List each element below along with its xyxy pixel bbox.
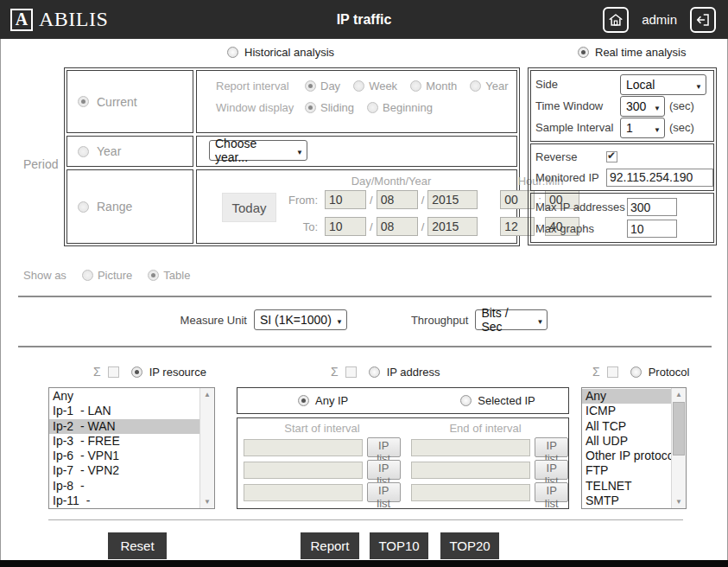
list-item[interactable]: Ip-6 - VPN1 — [49, 449, 199, 463]
protocol-radio[interactable] — [630, 366, 642, 378]
list-item[interactable]: Other IP protocol — [582, 449, 671, 463]
list-item[interactable]: All TCP — [582, 419, 671, 434]
to-year-input[interactable] — [427, 217, 478, 236]
reset-button[interactable]: Reset — [108, 532, 167, 559]
end-interval-input[interactable] — [411, 439, 530, 456]
time-window-label: Time Window — [535, 99, 620, 112]
ip-list-button[interactable]: IP list — [535, 482, 568, 502]
current-radio[interactable] — [78, 96, 89, 107]
to-day-input[interactable] — [325, 217, 366, 236]
list-item[interactable]: SMTP — [582, 494, 671, 508]
to-month-input[interactable] — [377, 217, 418, 236]
window-sliding-radio[interactable] — [305, 102, 316, 113]
historical-analysis-radio[interactable] — [227, 47, 238, 58]
interval-week-radio[interactable] — [353, 80, 364, 92]
list-item[interactable]: Ip-8 - — [49, 479, 199, 494]
side-select[interactable]: Local — [620, 74, 706, 95]
scrollbar-up-icon[interactable] — [672, 388, 686, 401]
table-radio[interactable] — [148, 270, 159, 281]
logout-icon[interactable] — [690, 7, 716, 33]
home-icon[interactable] — [603, 7, 629, 33]
scrollbar-down-icon[interactable] — [200, 495, 214, 508]
interval-month-radio[interactable] — [410, 80, 421, 92]
ip-list-button[interactable]: IP list — [535, 437, 568, 457]
interval-row: IP list IP list — [244, 437, 568, 457]
end-interval-input[interactable] — [411, 484, 530, 501]
picture-radio[interactable] — [82, 270, 93, 281]
current-option[interactable]: Current — [66, 70, 193, 133]
top10-button[interactable]: TOP10 — [370, 532, 428, 559]
ip-list-button[interactable]: IP list — [367, 482, 401, 502]
show-as-picture-option[interactable]: Picture — [82, 269, 132, 282]
any-ip-option[interactable]: Any IP — [298, 394, 348, 407]
list-item[interactable]: Ip-1 - LAN — [49, 404, 199, 418]
from-month-input[interactable] — [377, 190, 418, 209]
interval-day-option[interactable]: Day — [305, 80, 340, 92]
ip-list-button[interactable]: IP list — [535, 460, 568, 480]
from-day-input[interactable] — [325, 190, 366, 209]
realtime-analysis-option[interactable]: Real time analysis — [578, 46, 687, 59]
resource-radio[interactable] — [131, 366, 142, 378]
show-as-table-option[interactable]: Table — [148, 269, 190, 282]
list-item[interactable]: Ip-7 - VPN2 — [49, 463, 199, 478]
list-item[interactable]: Any — [582, 389, 671, 404]
selected-ip-option[interactable]: Selected IP — [460, 394, 535, 407]
header: A ABILIS IP traffic admin — [0, 0, 728, 39]
sample-interval-select[interactable]: 1 — [620, 118, 665, 138]
top20-button[interactable]: TOP20 — [440, 532, 499, 559]
measure-unit-select[interactable]: SI (1K=1000) — [254, 309, 347, 330]
throughput-select[interactable]: Bits / Sec — [475, 309, 548, 330]
choose-year-select[interactable]: Choose year... — [209, 140, 307, 161]
protocol-listbox[interactable]: Any ICMP All TCP All UDP Other IP protoc… — [581, 387, 687, 509]
ip-address-radio[interactable] — [369, 366, 380, 378]
today-button[interactable]: Today — [222, 193, 276, 222]
resource-listbox[interactable]: Any Ip-1 - LAN Ip-2 - WAN Ip-3 - FREE Ip… — [48, 387, 215, 509]
year-radio[interactable] — [78, 146, 89, 157]
time-window-select[interactable]: 300 — [620, 96, 665, 117]
range-radio[interactable] — [78, 201, 89, 213]
interval-week-option[interactable]: Week — [353, 80, 397, 92]
interval-day-radio[interactable] — [305, 80, 316, 92]
end-interval-input[interactable] — [411, 462, 530, 479]
list-item[interactable]: Ip-11 - — [49, 494, 199, 508]
realtime-analysis-radio[interactable] — [578, 47, 589, 58]
list-item[interactable]: Any — [49, 389, 199, 404]
start-interval-input[interactable] — [244, 484, 363, 501]
list-item[interactable]: Ip-3 - FREE — [49, 434, 199, 449]
start-interval-input[interactable] — [244, 439, 363, 456]
any-ip-radio[interactable] — [298, 395, 309, 406]
resource-sum-checkbox[interactable] — [108, 366, 119, 378]
ip-address-sum-checkbox[interactable] — [345, 366, 357, 378]
scrollbar[interactable] — [199, 388, 214, 508]
max-ip-input[interactable] — [627, 198, 677, 216]
historical-analysis-option[interactable]: Historical analysis — [227, 46, 334, 59]
ip-list-button[interactable]: IP list — [367, 437, 401, 457]
list-item[interactable]: ICMP — [582, 404, 671, 418]
list-item[interactable]: TELNET — [582, 479, 671, 494]
report-button[interactable]: Report — [301, 532, 359, 559]
range-option[interactable]: Range — [66, 169, 193, 244]
window-beginning-radio[interactable] — [367, 102, 378, 113]
max-graphs-input[interactable] — [627, 220, 677, 238]
list-item[interactable]: FTP — [582, 463, 671, 478]
protocol-sum-checkbox[interactable] — [607, 366, 618, 378]
interval-row: IP list IP list — [244, 482, 568, 502]
from-year-input[interactable] — [427, 190, 478, 209]
list-item[interactable]: Ip-2 - WAN — [49, 419, 199, 434]
scrollbar-down-icon[interactable] — [672, 495, 686, 508]
scrollbar[interactable] — [671, 388, 686, 508]
scrollbar-thumb[interactable] — [673, 402, 685, 456]
monitored-ip-input[interactable] — [606, 169, 713, 187]
window-beginning-option[interactable]: Beginning — [367, 101, 433, 114]
ip-list-button[interactable]: IP list — [367, 460, 401, 480]
interval-month-option[interactable]: Month — [410, 80, 457, 92]
scrollbar-up-icon[interactable] — [200, 388, 214, 401]
interval-year-option[interactable]: Year — [470, 80, 508, 92]
year-option[interactable]: Year — [66, 136, 193, 167]
reverse-checkbox[interactable] — [606, 151, 617, 162]
list-item[interactable]: All UDP — [582, 434, 671, 449]
interval-year-radio[interactable] — [470, 80, 481, 92]
window-sliding-option[interactable]: Sliding — [305, 101, 354, 114]
selected-ip-radio[interactable] — [460, 395, 472, 406]
start-interval-input[interactable] — [244, 462, 363, 479]
